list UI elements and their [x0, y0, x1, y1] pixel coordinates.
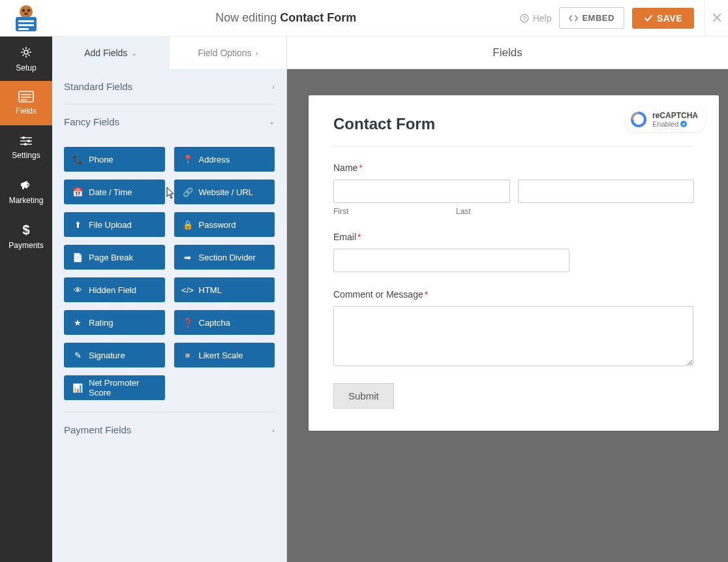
svg-point-0	[20, 5, 33, 18]
field-address[interactable]: 📍Address	[174, 147, 275, 172]
field-website[interactable]: 🔗Website / URL	[174, 180, 275, 204]
field-section[interactable]: ➡Section Divider	[174, 245, 275, 270]
help-icon: ?	[520, 14, 529, 23]
input-last-name[interactable]	[518, 180, 695, 203]
nav-marketing[interactable]: Marketing	[0, 170, 52, 214]
dollar-icon: $	[22, 223, 31, 237]
embed-button[interactable]: EMBED	[559, 7, 624, 29]
svg-text:$: $	[22, 223, 29, 237]
calendar-icon: 📅	[73, 187, 82, 197]
field-datetime[interactable]: 📅Date / Time	[64, 180, 165, 204]
svg-point-10	[24, 50, 28, 54]
close-icon: ✕	[711, 10, 723, 27]
sublabel-last: Last	[456, 207, 571, 216]
field-fileupload[interactable]: ⬆File Upload	[64, 212, 165, 237]
field-hidden[interactable]: 👁Hidden Field	[64, 277, 165, 302]
gear-icon	[19, 45, 33, 59]
star-icon: ★	[73, 318, 82, 328]
section-fancy-fields[interactable]: Fancy Fields ⌄	[64, 104, 275, 139]
code-icon: </>	[183, 285, 192, 295]
nav-setup[interactable]: Setup	[0, 37, 52, 81]
submit-button[interactable]: Submit	[333, 383, 394, 409]
form-canvas: Fields reCAPTCHA Enabled Contact Form	[287, 37, 728, 562]
chevron-right-icon: ›	[272, 83, 275, 91]
fields-panel: Add Fields ⌄ Field Options › Standard Fi…	[52, 37, 287, 562]
divider-icon: ➡	[183, 253, 192, 262]
eye-slash-icon: 👁	[73, 285, 82, 295]
svg-point-16	[22, 136, 25, 139]
divider	[333, 146, 694, 147]
sliders-icon	[19, 135, 33, 147]
svg-point-1	[22, 8, 25, 11]
bullhorn-icon	[19, 179, 33, 192]
pencil-icon: ✎	[73, 351, 82, 360]
field-nps[interactable]: 📊Net Promoter Score	[64, 375, 165, 400]
pin-icon: 📍	[183, 155, 192, 164]
nav-payments[interactable]: $ Payments	[0, 214, 52, 258]
svg-rect-5	[18, 20, 34, 22]
field-pagebreak[interactable]: 📄Page Break	[64, 245, 165, 270]
label-email: Email*	[333, 232, 694, 242]
field-html[interactable]: </>HTML	[174, 277, 275, 302]
help-link[interactable]: ? Help	[520, 13, 552, 23]
label-comment: Comment or Message*	[333, 289, 694, 300]
close-button[interactable]: ✕	[705, 0, 728, 37]
chevron-right-icon: ›	[256, 49, 258, 57]
input-first-name[interactable]	[333, 180, 510, 203]
page-title: Now editing Contact Form	[52, 11, 520, 25]
sublabel-first: First	[333, 207, 448, 216]
gauge-icon: 📊	[73, 383, 82, 393]
svg-rect-7	[18, 28, 29, 30]
lock-icon: 🔒	[183, 220, 192, 230]
check-icon	[644, 14, 653, 22]
save-button[interactable]: SAVE	[632, 8, 694, 29]
input-comment[interactable]	[333, 306, 693, 366]
field-rating[interactable]: ★Rating	[64, 310, 165, 335]
svg-point-2	[27, 8, 30, 11]
question-icon: ❓	[183, 318, 192, 328]
field-likert[interactable]: ≡Likert Scale	[174, 343, 275, 367]
field-signature[interactable]: ✎Signature	[64, 343, 165, 367]
chevron-down-icon: ⌄	[131, 49, 137, 57]
section-standard-fields[interactable]: Standard Fields ›	[64, 69, 275, 104]
field-captcha[interactable]: ❓Captcha	[174, 310, 275, 335]
nav-settings[interactable]: Settings	[0, 125, 52, 170]
logo	[0, 0, 52, 37]
field-password[interactable]: 🔒Password	[174, 212, 275, 237]
tab-field-options[interactable]: Field Options ›	[170, 37, 287, 69]
svg-rect-6	[18, 24, 34, 26]
link-icon: 🔗	[183, 187, 192, 197]
svg-point-3	[24, 12, 28, 15]
chevron-down-icon: ⌄	[269, 117, 275, 126]
recaptcha-badge[interactable]: reCAPTCHA Enabled	[625, 107, 706, 132]
bars-icon: ≡	[183, 351, 192, 360]
phone-icon: 📞	[73, 155, 82, 164]
section-payment-fields[interactable]: Payment Fields ›	[64, 413, 275, 447]
fields-icon	[18, 91, 34, 102]
label-name: Name*	[333, 163, 694, 173]
code-icon	[569, 14, 578, 22]
svg-text:?: ?	[523, 15, 526, 22]
upload-icon: ⬆	[73, 220, 82, 230]
input-email[interactable]	[333, 249, 569, 272]
svg-point-18	[27, 140, 30, 142]
tab-add-fields[interactable]: Add Fields ⌄	[52, 37, 170, 69]
verified-icon	[680, 121, 687, 127]
left-nav: Setup Fields Settings Marketing $ Paymen…	[0, 37, 52, 562]
wpforms-logo-icon	[8, 4, 44, 33]
chevron-right-icon: ›	[272, 426, 275, 434]
recaptcha-icon	[630, 111, 647, 128]
field-phone[interactable]: 📞Phone	[64, 147, 165, 172]
nav-fields[interactable]: Fields	[0, 81, 52, 125]
canvas-title: Fields	[287, 37, 728, 69]
svg-point-20	[24, 143, 27, 146]
pagebreak-icon: 📄	[73, 253, 82, 262]
form-preview: reCAPTCHA Enabled Contact Form Name* Fir…	[309, 95, 719, 431]
svg-rect-21	[22, 186, 24, 189]
